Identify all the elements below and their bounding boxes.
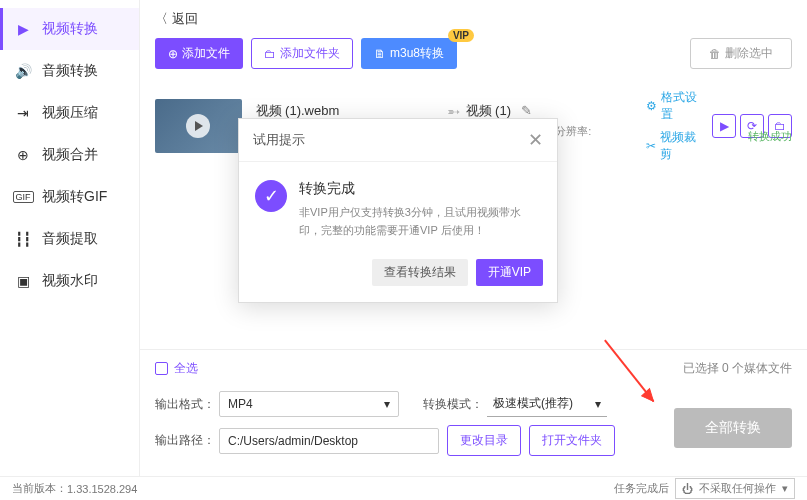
add-folder-button[interactable]: 🗀 添加文件夹: [251, 38, 353, 69]
sidebar-item-label: 视频转GIF: [42, 188, 107, 206]
chevron-down-icon: ▾: [782, 482, 788, 495]
edit-icon[interactable]: ✎: [521, 103, 532, 118]
dialog-description: 非VIP用户仅支持转换3分钟，且试用视频带水印，完整的功能需要开通VIP 后使用…: [299, 204, 541, 239]
power-icon: ⏻: [682, 483, 693, 495]
view-result-button[interactable]: 查看转换结果: [372, 259, 468, 286]
dialog-header: 试用提示: [253, 131, 305, 149]
video-thumbnail[interactable]: [155, 99, 242, 153]
sidebar-item-watermark[interactable]: ▣ 视频水印: [0, 260, 139, 302]
open-folder-button[interactable]: 打开文件夹: [529, 425, 615, 456]
convert-all-button[interactable]: 全部转换: [674, 408, 792, 448]
vip-badge: VIP: [448, 29, 474, 42]
sidebar-item-label: 视频转换: [42, 20, 98, 38]
m3u8-button[interactable]: 🗎 m3u8转换 VIP: [361, 38, 457, 69]
plus-icon: ⊕: [168, 47, 178, 61]
sidebar-item-label: 视频合并: [42, 146, 98, 164]
change-dir-button[interactable]: 更改目录: [447, 425, 521, 456]
close-icon[interactable]: ✕: [528, 129, 543, 151]
document-icon: 🗎: [374, 47, 386, 61]
back-link[interactable]: 〈 返回: [155, 10, 198, 28]
video-trim-link[interactable]: ✂ 视频裁剪: [646, 129, 701, 163]
check-circle-icon: ✓: [255, 180, 287, 212]
sidebar-item-label: 视频水印: [42, 272, 98, 290]
add-file-button[interactable]: ⊕ 添加文件: [155, 38, 243, 69]
scissors-icon: ✂: [646, 139, 656, 153]
sidebar-item-label: 视频压缩: [42, 104, 98, 122]
chevron-down-icon: ▾: [595, 397, 601, 411]
status-badge: 转换成功: [748, 129, 792, 144]
output-format-select[interactable]: MP4 ▾: [219, 391, 399, 417]
sidebar: ▶ 视频转换 🔊 音频转换 ⇥ 视频压缩 ⊕ 视频合并 GIF 视频转GIF ┇…: [0, 0, 140, 476]
video-convert-icon: ▶: [14, 20, 32, 38]
sidebar-item-audio-convert[interactable]: 🔊 音频转换: [0, 50, 139, 92]
mode-select[interactable]: 极速模式(推荐) ▾: [487, 391, 607, 417]
version-label: 当前版本：: [12, 481, 67, 496]
sidebar-item-video-convert[interactable]: ▶ 视频转换: [0, 8, 139, 50]
watermark-icon: ▣: [14, 272, 32, 290]
output-path-label: 输出路径：: [155, 432, 219, 449]
delete-selected-button[interactable]: 🗑 删除选中: [690, 38, 792, 69]
play-button[interactable]: ▶: [712, 114, 736, 138]
sidebar-item-label: 音频提取: [42, 230, 98, 248]
sidebar-item-video-gif[interactable]: GIF 视频转GIF: [0, 176, 139, 218]
sidebar-item-video-merge[interactable]: ⊕ 视频合并: [0, 134, 139, 176]
select-all-checkbox[interactable]: [155, 362, 168, 375]
selected-count: 已选择 0 个媒体文件: [683, 360, 792, 377]
gear-icon: ⚙: [646, 99, 657, 113]
mode-label: 转换模式：: [423, 396, 487, 413]
format-setting-link[interactable]: ⚙ 格式设置: [646, 89, 701, 123]
chevron-left-icon: 〈: [155, 10, 168, 28]
trial-dialog: 试用提示 ✕ ✓ 转换完成 非VIP用户仅支持转换3分钟，且试用视频带水印，完整…: [238, 118, 558, 303]
sidebar-item-audio-extract[interactable]: ┇┇ 音频提取: [0, 218, 139, 260]
output-path-input[interactable]: C:/Users/admin/Desktop: [219, 428, 439, 454]
sidebar-item-label: 音频转换: [42, 62, 98, 80]
audio-convert-icon: 🔊: [14, 62, 32, 80]
merge-icon: ⊕: [14, 146, 32, 164]
audio-extract-icon: ┇┇: [14, 230, 32, 248]
chevron-down-icon: ▾: [384, 397, 390, 411]
folder-icon: 🗀: [264, 47, 276, 61]
output-format-label: 输出格式：: [155, 396, 219, 413]
play-icon: ▶: [720, 119, 729, 133]
target-file-name: 视频 (1): [466, 103, 512, 118]
open-vip-button[interactable]: 开通VIP: [476, 259, 543, 286]
select-all-label: 全选: [174, 360, 198, 377]
source-file-name: 视频 (1).webm: [256, 102, 441, 120]
trash-icon: 🗑: [709, 47, 721, 61]
statusbar: 当前版本： 1.33.1528.294 任务完成后 ⏻ 不采取任何操作 ▾: [0, 476, 807, 500]
dialog-title: 转换完成: [299, 180, 541, 198]
gif-icon: GIF: [14, 188, 32, 206]
after-task-select[interactable]: ⏻ 不采取任何操作 ▾: [675, 478, 795, 499]
version-value: 1.33.1528.294: [67, 483, 137, 495]
compress-icon: ⇥: [14, 104, 32, 122]
sidebar-item-video-compress[interactable]: ⇥ 视频压缩: [0, 92, 139, 134]
after-task-label: 任务完成后: [614, 481, 669, 496]
